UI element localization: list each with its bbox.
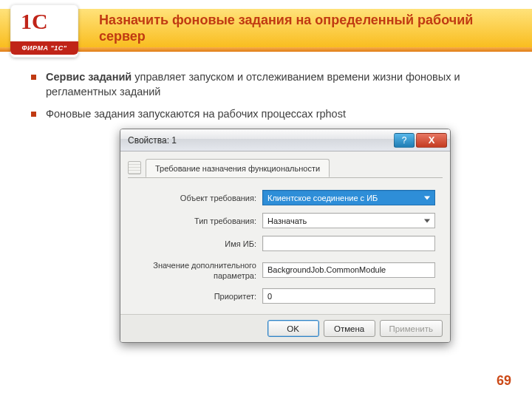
form-grid: Объект требования: Клиентское соединение… — [128, 187, 443, 310]
close-button[interactable]: X — [416, 133, 447, 148]
tab-strip: Требование назначения функциональности — [128, 159, 443, 178]
page-title: Назначить фоновые задания на определенны… — [99, 12, 517, 44]
close-icon: X — [429, 134, 435, 146]
ok-label: OK — [287, 324, 299, 333]
field-priority-value: 0 — [267, 292, 272, 301]
brand-bar: 1C ФИРМА "1С" Назначить фоновые задания … — [0, 0, 532, 64]
field-type[interactable]: Назначать — [262, 213, 435, 228]
label-priority: Приоритет: — [131, 292, 256, 301]
apply-button[interactable]: Применить — [380, 320, 443, 337]
properties-dialog: Свойства: 1 ? X Требование назначения фу… — [120, 129, 451, 343]
apply-label: Применить — [389, 324, 433, 333]
field-object[interactable]: Клиентское соединение с ИБ — [262, 190, 435, 205]
field-param-value: BackgroundJob.CommonModule — [267, 265, 386, 274]
field-param[interactable]: BackgroundJob.CommonModule — [262, 262, 435, 278]
dialog-body: Требование назначения функциональности О… — [120, 151, 450, 314]
field-priority[interactable]: 0 — [262, 288, 435, 304]
field-object-value: Клиентское соединение с ИБ — [267, 194, 378, 202]
bullet-item: Сервис заданий управляет запуском и отсл… — [30, 69, 510, 99]
cancel-button[interactable]: Отмена — [324, 320, 375, 337]
label-object: Объект требования: — [131, 194, 256, 202]
label-ibname: Имя ИБ: — [131, 239, 256, 248]
field-ibname[interactable] — [262, 236, 435, 251]
cancel-label: Отмена — [334, 324, 364, 333]
tab-list-icon[interactable] — [128, 161, 141, 174]
ok-button[interactable]: OK — [267, 320, 319, 337]
bullet-rest: Фоновые задания запускаются на рабочих п… — [46, 108, 346, 120]
tab-requirement[interactable]: Требование назначения функциональности — [146, 159, 330, 177]
logo-mark: 1C — [21, 9, 48, 34]
bullet-item: Фоновые задания запускаются на рабочих п… — [30, 106, 510, 121]
help-button[interactable]: ? — [394, 133, 415, 148]
content-area: Сервис заданий управляет запуском и отсл… — [0, 64, 532, 121]
label-param: Значение дополнительного параметра: — [131, 259, 256, 281]
dialog-title: Свойства: 1 — [128, 135, 177, 146]
brand-logo: 1C ФИРМА "1С" — [10, 4, 78, 58]
field-type-value: Назначать — [267, 216, 307, 225]
dialog-titlebar[interactable]: Свойства: 1 ? X — [120, 129, 450, 151]
brand-orange-strip — [0, 47, 532, 52]
bullet-strong: Сервис заданий — [46, 71, 132, 83]
dialog-footer: OK Отмена Применить — [120, 314, 450, 342]
label-type: Тип требования: — [131, 216, 256, 225]
logo-subtext: ФИРМА "1С" — [10, 41, 78, 55]
help-icon: ? — [402, 135, 407, 146]
page-number: 69 — [497, 373, 511, 389]
